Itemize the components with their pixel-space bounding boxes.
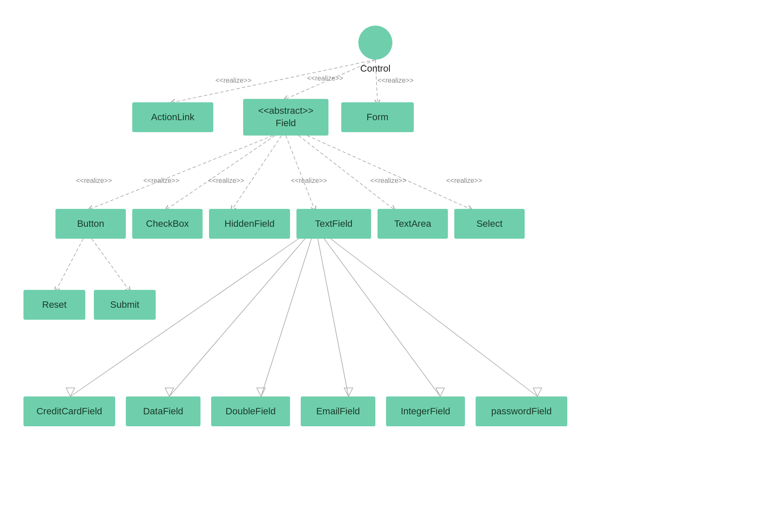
node-field-label: <<abstract>>Field bbox=[258, 105, 314, 129]
svg-line-10 bbox=[92, 239, 129, 290]
node-select: Select bbox=[454, 209, 525, 239]
realize-label-5: <<realize>> bbox=[143, 177, 180, 185]
node-button: Button bbox=[55, 209, 126, 239]
node-doublefield: DoubleField bbox=[211, 396, 290, 426]
realize-label-3: <<realize>> bbox=[377, 77, 414, 84]
svg-line-12 bbox=[169, 239, 305, 396]
node-checkbox: CheckBox bbox=[132, 209, 203, 239]
svg-line-9 bbox=[56, 239, 83, 290]
node-textfield: TextField bbox=[296, 209, 371, 239]
realize-label-9: <<realize>> bbox=[446, 177, 482, 185]
node-control-circle bbox=[358, 26, 392, 60]
node-hiddenfield: HiddenField bbox=[209, 209, 290, 239]
node-textarea: TextArea bbox=[377, 209, 448, 239]
realize-label-6: <<realize>> bbox=[208, 177, 244, 185]
realize-label-1: <<realize>> bbox=[215, 77, 252, 84]
svg-line-16 bbox=[331, 239, 537, 396]
node-reset: Reset bbox=[23, 290, 85, 320]
svg-marker-21 bbox=[436, 388, 444, 396]
svg-line-8 bbox=[307, 136, 470, 209]
svg-marker-18 bbox=[165, 388, 174, 396]
svg-line-7 bbox=[299, 136, 393, 209]
svg-marker-19 bbox=[257, 388, 265, 396]
svg-line-5 bbox=[232, 136, 282, 209]
svg-marker-22 bbox=[533, 388, 542, 396]
realize-label-7: <<realize>> bbox=[291, 177, 327, 185]
node-datafield: DataField bbox=[126, 396, 200, 426]
svg-line-0 bbox=[173, 60, 375, 102]
svg-line-13 bbox=[261, 239, 311, 396]
node-form: Form bbox=[341, 102, 414, 132]
svg-marker-20 bbox=[344, 388, 353, 396]
svg-line-15 bbox=[324, 239, 440, 396]
svg-line-14 bbox=[318, 239, 348, 396]
node-actionlink: ActionLink bbox=[132, 102, 213, 132]
node-integerfield: IntegerField bbox=[386, 396, 465, 426]
node-field: <<abstract>>Field bbox=[243, 99, 328, 136]
realize-label-2: <<realize>> bbox=[307, 75, 343, 82]
node-submit: Submit bbox=[94, 290, 156, 320]
node-control-label: Control bbox=[354, 63, 397, 74]
node-emailfield: EmailField bbox=[301, 396, 375, 426]
svg-line-6 bbox=[286, 136, 314, 209]
diagram-container: Control <<realize>> <<realize>> <<realiz… bbox=[0, 0, 784, 532]
node-creditcardfield: CreditCardField bbox=[23, 396, 115, 426]
realize-label-4: <<realize>> bbox=[76, 177, 112, 185]
svg-marker-17 bbox=[66, 388, 75, 396]
node-passwordfield: passwordField bbox=[476, 396, 567, 426]
realize-label-8: <<realize>> bbox=[370, 177, 407, 185]
svg-line-4 bbox=[167, 136, 275, 209]
svg-line-3 bbox=[90, 136, 273, 209]
